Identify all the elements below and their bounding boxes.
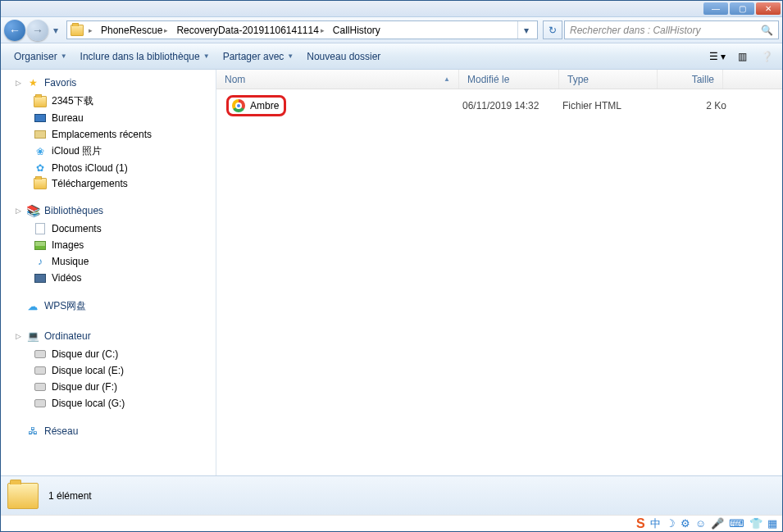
status-text: 1 élément xyxy=(48,490,92,502)
sidebar-item[interactable]: Images xyxy=(1,237,216,253)
column-headers: Nom▲ Modifié le Type Taille xyxy=(216,70,782,89)
include-library-button[interactable]: Inclure dans la bibliothèque▼ xyxy=(74,48,216,66)
sidebar-item[interactable]: Disque local (G:) xyxy=(1,395,216,412)
drive-icon xyxy=(34,383,46,391)
sidebar-item[interactable]: 2345下载 xyxy=(1,93,216,110)
computer-section[interactable]: ▷💻Ordinateur xyxy=(1,326,216,346)
nav-history-dropdown[interactable]: ▾ xyxy=(50,25,61,36)
ime-chinese-icon[interactable]: 中 xyxy=(650,516,661,531)
photos-icon: ✿ xyxy=(34,161,47,175)
col-modified[interactable]: Modifié le xyxy=(459,70,559,89)
network-icon: 🖧 xyxy=(26,425,39,438)
highlighted-file: Ambre xyxy=(226,95,286,116)
folder-icon xyxy=(34,178,47,189)
sidebar-item[interactable]: Disque local (E:) xyxy=(1,362,216,379)
maximize-button[interactable]: ▢ xyxy=(730,2,754,15)
col-size[interactable]: Taille xyxy=(658,70,723,89)
folder-icon xyxy=(7,483,39,509)
system-tray: S 中 ☽ ⚙ ☺ 🎤 ⌨ 👕 ▦ xyxy=(1,515,782,531)
search-icon: 🔍 xyxy=(761,25,773,36)
view-options-button[interactable]: ☰ ▾ xyxy=(708,48,726,66)
smile-icon[interactable]: ☺ xyxy=(695,517,706,530)
file-row[interactable]: Ambre 06/11/2019 14:32 Fichier HTML 2 Ko xyxy=(220,96,779,116)
search-placeholder: Rechercher dans : CallHistory xyxy=(570,25,700,36)
file-modified: 06/11/2019 14:32 xyxy=(462,100,562,111)
help-button[interactable]: ❔ xyxy=(758,48,776,66)
documents-icon xyxy=(35,223,45,234)
title-bar: — ▢ ✕ xyxy=(1,1,782,17)
search-input[interactable]: Rechercher dans : CallHistory 🔍 xyxy=(564,20,779,39)
file-name: Ambre xyxy=(250,100,279,111)
forward-button[interactable]: → xyxy=(27,20,48,41)
sidebar-item[interactable]: Disque dur (F:) xyxy=(1,379,216,395)
sidebar-item[interactable]: Téléchargements xyxy=(1,176,216,191)
computer-icon: 💻 xyxy=(26,330,39,343)
folder-icon xyxy=(34,96,47,107)
moon-icon[interactable]: ☽ xyxy=(666,517,676,530)
file-type: Fichier HTML xyxy=(562,100,661,111)
network-section[interactable]: ▷🖧Réseau xyxy=(1,421,216,441)
breadcrumb-item[interactable]: RecoveryData-20191106141114▸ xyxy=(173,21,329,39)
back-button[interactable]: ← xyxy=(4,20,25,41)
icloud-icon: ❀ xyxy=(34,145,47,158)
images-icon xyxy=(34,241,46,250)
gear-icon[interactable]: ⚙ xyxy=(681,517,690,530)
sidebar-item[interactable]: Disque dur (C:) xyxy=(1,346,216,362)
new-folder-button[interactable]: Nouveau dossier xyxy=(300,48,387,66)
toolbox-icon[interactable]: ▦ xyxy=(767,517,777,530)
nav-row: ← → ▾ ▸ PhoneRescue▸ RecoveryData-201911… xyxy=(1,17,782,43)
organize-button[interactable]: Organiser▼ xyxy=(7,48,74,66)
sidebar-item[interactable]: Documents xyxy=(1,221,216,237)
sidebar-item[interactable]: Vidéos xyxy=(1,270,216,286)
col-name[interactable]: Nom▲ xyxy=(216,70,459,89)
minimize-button[interactable]: — xyxy=(703,2,728,15)
drive-icon xyxy=(34,366,46,375)
sogou-icon[interactable]: S xyxy=(636,516,645,531)
mic-icon[interactable]: 🎤 xyxy=(711,517,724,530)
breadcrumb-item[interactable]: PhoneRescue▸ xyxy=(98,21,173,39)
sidebar-item[interactable]: Bureau xyxy=(1,110,216,126)
desktop-icon xyxy=(34,114,46,122)
chrome-icon xyxy=(232,99,245,112)
sidebar-item[interactable]: ♪Musique xyxy=(1,253,216,270)
explorer-window: — ▢ ✕ ← → ▾ ▸ PhoneRescue▸ RecoveryData-… xyxy=(0,0,783,532)
navigation-pane: ▷★Favoris 2345下载 Bureau Emplacements réc… xyxy=(1,70,216,475)
col-type[interactable]: Type xyxy=(559,70,658,89)
library-icon: 📚 xyxy=(26,204,39,217)
refresh-button[interactable]: ↻ xyxy=(543,20,562,39)
wps-section[interactable]: ▷☁WPS网盘 xyxy=(1,296,216,316)
sidebar-item[interactable]: ✿Photos iCloud (1) xyxy=(1,160,216,176)
toolbar: Organiser▼ Inclure dans la bibliothèque▼… xyxy=(1,43,782,70)
favorites-section[interactable]: ▷★Favoris xyxy=(1,73,216,93)
libraries-section[interactable]: ▷📚Bibliothèques xyxy=(1,201,216,221)
file-list: Ambre 06/11/2019 14:32 Fichier HTML 2 Ko xyxy=(216,89,782,475)
music-icon: ♪ xyxy=(34,255,47,268)
preview-pane-button[interactable]: ▥ xyxy=(733,48,751,66)
drive-icon xyxy=(34,350,46,358)
drive-icon xyxy=(34,399,46,407)
sidebar-item[interactable]: Emplacements récents xyxy=(1,126,216,143)
videos-icon xyxy=(34,274,46,283)
cloud-icon: ☁ xyxy=(26,300,39,313)
status-bar: 1 élément xyxy=(1,475,782,515)
keyboard-icon[interactable]: ⌨ xyxy=(729,517,744,530)
share-with-button[interactable]: Partager avec▼ xyxy=(216,48,301,66)
skin-icon[interactable]: 👕 xyxy=(749,517,763,530)
file-area: Nom▲ Modifié le Type Taille Ambre 06/11/… xyxy=(216,70,782,475)
file-size: 2 Ko xyxy=(661,100,726,111)
recent-icon xyxy=(34,130,46,139)
close-button[interactable]: ✕ xyxy=(756,2,781,15)
breadcrumb-item[interactable]: CallHistory xyxy=(330,21,384,39)
address-bar[interactable]: ▸ PhoneRescue▸ RecoveryData-201911061411… xyxy=(66,20,538,39)
addr-dropdown[interactable]: ▾ xyxy=(517,21,534,39)
sidebar-item[interactable]: ❀iCloud 照片 xyxy=(1,143,216,160)
folder-icon xyxy=(71,25,84,36)
body: ▷★Favoris 2345下载 Bureau Emplacements réc… xyxy=(1,70,782,475)
